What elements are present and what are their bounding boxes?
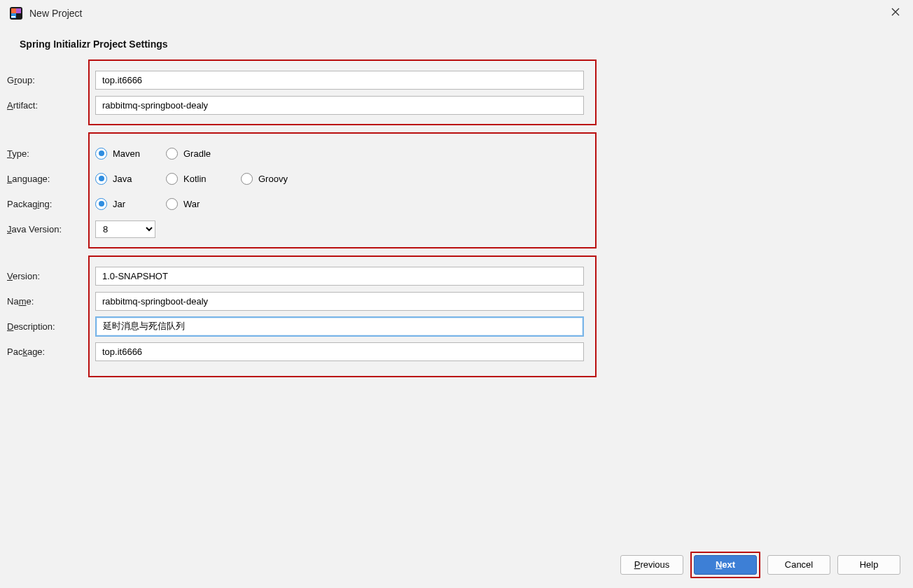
intellij-icon: [10, 7, 22, 20]
radio-lang-java[interactable]: Java: [95, 173, 156, 185]
description-input[interactable]: [95, 316, 584, 337]
label-artifact: Artifact:: [7, 100, 91, 111]
artifact-input[interactable]: [95, 96, 584, 115]
group-input[interactable]: [95, 71, 584, 90]
radio-lang-kotlin[interactable]: Kotlin: [166, 173, 231, 185]
label-javaversion: Java Version:: [7, 224, 91, 234]
next-highlight: Next: [690, 552, 760, 578]
window-title: New Project: [29, 8, 82, 19]
radio-packaging-jar[interactable]: Jar: [95, 198, 156, 210]
next-button[interactable]: Next: [694, 555, 757, 575]
box-type-lang-pack: Type: Maven Gradle Language: Java Kotlin…: [88, 132, 597, 248]
radio-type-maven[interactable]: Maven: [95, 148, 156, 160]
svg-rect-4: [11, 16, 15, 18]
radio-type-gradle[interactable]: Gradle: [166, 148, 231, 160]
page-heading: Spring Initializr Project Settings: [20, 38, 900, 50]
box-group-artifact: Group: Artifact:: [88, 59, 597, 125]
close-icon[interactable]: [884, 1, 907, 22]
previous-button[interactable]: Previous: [620, 555, 683, 575]
package-input[interactable]: [95, 342, 584, 361]
radio-lang-groovy[interactable]: Groovy: [241, 173, 311, 185]
label-type: Type:: [7, 148, 91, 159]
titlebar: New Project: [0, 0, 913, 27]
label-group: Group:: [7, 75, 91, 85]
button-bar: Previous Next Cancel Help: [620, 552, 900, 578]
help-button[interactable]: Help: [837, 555, 900, 575]
content-area: Spring Initializr Project Settings Group…: [20, 38, 900, 384]
label-language: Language:: [7, 174, 91, 184]
svg-rect-2: [16, 8, 21, 13]
cancel-button[interactable]: Cancel: [767, 555, 830, 575]
name-input[interactable]: [95, 292, 584, 311]
svg-rect-1: [11, 8, 16, 13]
java-version-select[interactable]: 8: [95, 220, 155, 238]
label-name: Name:: [7, 296, 91, 307]
radio-packaging-war[interactable]: War: [166, 198, 231, 210]
label-version: Version:: [7, 271, 91, 281]
version-input[interactable]: [95, 267, 584, 286]
label-packaging: Packaging:: [7, 199, 91, 209]
box-metadata: Version: Name: Description: Package:: [88, 255, 597, 377]
label-description: Description:: [7, 321, 91, 332]
label-package: Package:: [7, 346, 91, 357]
